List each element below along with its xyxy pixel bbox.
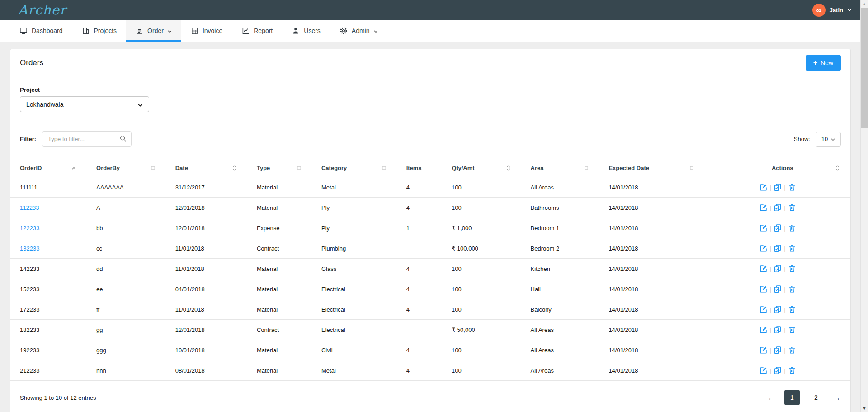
copy-check-icon[interactable] <box>774 285 782 293</box>
trash-icon[interactable] <box>788 204 796 212</box>
tab-admin[interactable]: Admin <box>330 20 387 42</box>
cell-category: Electrical <box>312 279 397 299</box>
column-label: Area <box>531 165 544 171</box>
order-id-link[interactable]: 112233 <box>20 204 39 211</box>
scrollbar-down-arrow[interactable]: ▼ <box>861 404 868 412</box>
edit-icon[interactable] <box>760 204 768 212</box>
column-header-items[interactable]: Items <box>397 159 442 177</box>
cell-actions: || <box>705 360 850 381</box>
scrollbar-thumb[interactable] <box>861 8 868 128</box>
page-scrollbar[interactable]: ▲ ▼ <box>860 0 868 412</box>
next-page-arrow[interactable]: → <box>832 393 841 402</box>
column-header-actions[interactable]: Actions <box>705 159 850 177</box>
column-header-area[interactable]: Area <box>521 159 599 177</box>
tab-projects[interactable]: Projects <box>72 20 127 42</box>
trash-icon[interactable] <box>788 224 796 232</box>
edit-icon[interactable] <box>760 346 768 354</box>
page-size-select[interactable]: 10 <box>816 132 841 147</box>
edit-icon[interactable] <box>760 366 768 374</box>
edit-icon[interactable] <box>760 305 768 313</box>
tab-order[interactable]: Order <box>126 20 181 42</box>
copy-check-icon[interactable] <box>774 224 782 232</box>
entries-summary: Showing 1 to 10 of 12 entries <box>20 394 96 401</box>
trash-icon[interactable] <box>788 265 796 273</box>
order-id-link[interactable]: 132233 <box>20 245 39 252</box>
table-row: 172233ff11/01/2018MaterialElectrical4100… <box>10 299 850 320</box>
tab-invoice[interactable]: Invoice <box>181 20 232 42</box>
column-header-orderid[interactable]: OrderID <box>10 159 87 177</box>
trash-icon[interactable] <box>788 366 796 374</box>
copy-check-icon[interactable] <box>774 244 782 252</box>
copy-check-icon[interactable] <box>774 366 782 374</box>
action-separator: | <box>784 265 785 272</box>
new-order-button[interactable]: + New <box>806 55 841 71</box>
project-select-value: Lokhandwala <box>26 101 64 108</box>
cell-type: Material <box>247 340 312 360</box>
trash-icon[interactable] <box>788 305 796 313</box>
order-id-link[interactable]: 122233 <box>20 225 39 232</box>
cell-items: 4 <box>397 360 442 381</box>
tab-label: Invoice <box>203 27 222 34</box>
column-header-type[interactable]: Type <box>247 159 312 177</box>
edit-icon[interactable] <box>760 265 768 273</box>
tab-dashboard[interactable]: Dashboard <box>10 20 72 42</box>
cell-type: Contract <box>247 320 312 340</box>
table-row: 112233A12/01/2018MaterialPly4100Bathroom… <box>10 198 850 218</box>
copy-check-icon[interactable] <box>774 305 782 313</box>
tab-report[interactable]: Report <box>232 20 282 42</box>
copy-check-icon[interactable] <box>774 346 782 354</box>
column-header-qty-amt[interactable]: Qty/Amt <box>442 159 521 177</box>
trash-icon[interactable] <box>788 183 796 191</box>
column-header-expected-date[interactable]: Expected Date <box>599 159 705 177</box>
edit-icon[interactable] <box>760 326 768 334</box>
trash-icon[interactable] <box>788 244 796 252</box>
user-name: Jatin <box>830 7 843 14</box>
cell-actions: || <box>705 177 850 198</box>
table-row: 152233ee04/01/2018MaterialElectrical4100… <box>10 279 850 299</box>
page-number-1[interactable]: 1 <box>784 390 800 405</box>
table-row: 192233ggg10/01/2018MaterialCivil4100All … <box>10 340 850 360</box>
cell-expected-date: 14/01/2018 <box>599 218 705 238</box>
brand-logo[interactable]: Archer <box>18 0 66 20</box>
scrollbar-up-arrow[interactable]: ▲ <box>861 0 868 8</box>
edit-icon[interactable] <box>760 224 768 232</box>
action-separator: | <box>784 225 785 232</box>
cell-type: Material <box>247 177 312 198</box>
copy-check-icon[interactable] <box>774 326 782 334</box>
pagination: ←12→ <box>767 390 841 405</box>
tab-users[interactable]: Users <box>282 20 330 42</box>
cell-type: Material <box>247 299 312 320</box>
chevron-down-icon <box>374 27 378 34</box>
cell-area: All Areas <box>521 320 599 340</box>
edit-icon[interactable] <box>760 244 768 252</box>
copy-check-icon[interactable] <box>774 265 782 273</box>
edit-icon[interactable] <box>760 285 768 293</box>
edit-icon[interactable] <box>760 183 768 191</box>
order-id-text: 142233 <box>20 265 39 272</box>
copy-check-icon[interactable] <box>774 183 782 191</box>
action-separator: | <box>784 306 785 313</box>
action-separator: | <box>770 245 771 252</box>
trash-icon[interactable] <box>788 285 796 293</box>
sort-icon <box>151 165 155 171</box>
column-label: Actions <box>772 165 793 171</box>
cell-qty-amt: ₹ 1,000 <box>442 218 521 238</box>
cell-expected-date: 14/01/2018 <box>599 198 705 218</box>
cell-actions: || <box>705 259 850 279</box>
order-id-text: 111111 <box>20 184 38 191</box>
user-menu[interactable]: ∞ Jatin <box>812 4 852 17</box>
trash-icon[interactable] <box>788 326 796 334</box>
column-header-orderby[interactable]: OrderBy <box>87 159 166 177</box>
trash-icon[interactable] <box>788 346 796 354</box>
prev-page-arrow[interactable]: ← <box>767 393 776 402</box>
filter-input[interactable] <box>42 131 132 147</box>
cell-order-id: 122233 <box>10 218 87 238</box>
project-select[interactable]: Lokhandwala <box>20 96 149 112</box>
column-header-date[interactable]: Date <box>166 159 247 177</box>
column-header-category[interactable]: Category <box>312 159 397 177</box>
user-avatar: ∞ <box>812 4 826 17</box>
cell-order-by: ee <box>87 279 166 299</box>
copy-check-icon[interactable] <box>774 204 782 212</box>
cell-actions: || <box>705 320 850 340</box>
page-number-2[interactable]: 2 <box>808 390 824 405</box>
